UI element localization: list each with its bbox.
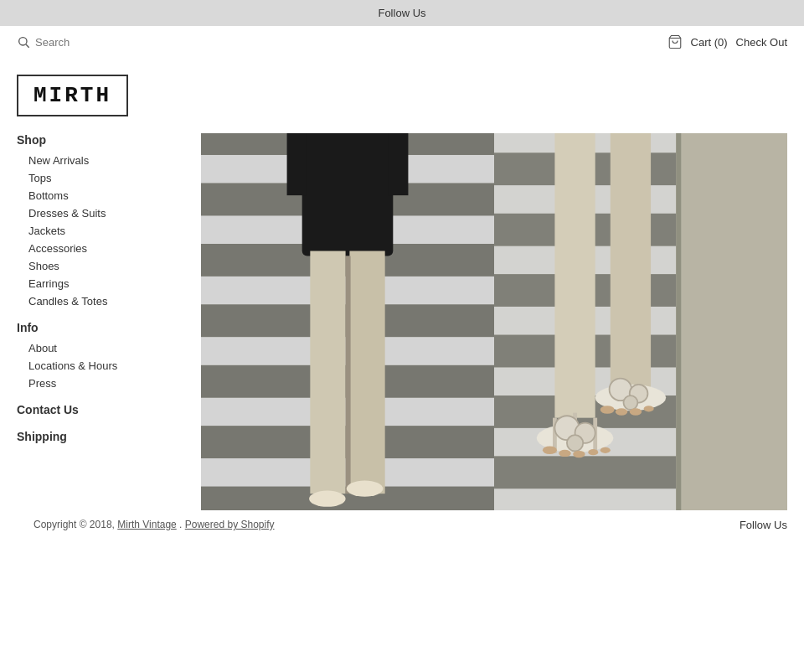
powered-by-link[interactable]: Powered by Shopify xyxy=(185,519,275,530)
list-item: Press xyxy=(28,376,184,390)
announcement-text: Follow Us xyxy=(378,7,425,19)
sidebar-item-accessories[interactable]: Accessories xyxy=(28,242,87,255)
svg-point-24 xyxy=(309,491,345,507)
hero-image-container xyxy=(201,133,787,510)
header: Cart (0) Check Out xyxy=(0,26,804,58)
list-item: Candles & Totes xyxy=(28,294,184,308)
svg-point-67 xyxy=(644,406,654,411)
search-area xyxy=(17,35,667,49)
logo-link[interactable]: MIRTH xyxy=(17,90,128,104)
sidebar-item-candles-totes[interactable]: Candles & Totes xyxy=(28,295,107,308)
svg-point-63 xyxy=(600,447,611,453)
svg-point-65 xyxy=(616,408,627,415)
svg-rect-44 xyxy=(676,133,787,510)
hero-images xyxy=(201,133,787,510)
svg-point-25 xyxy=(347,480,383,496)
sidebar-item-about[interactable]: About xyxy=(28,342,57,354)
svg-point-61 xyxy=(573,451,585,457)
footer-follow-text: Follow Us xyxy=(740,519,787,531)
footer-copyright: Copyright © 2018, Mirth Vintage . Powere… xyxy=(17,519,275,547)
cart-icon xyxy=(667,34,683,49)
sidebar-item-bottoms[interactable]: Bottoms xyxy=(28,189,69,202)
list-item: Bottoms xyxy=(28,189,184,202)
sidebar-shop-title[interactable]: Shop xyxy=(17,133,184,147)
main-content xyxy=(201,133,787,510)
checkout-link[interactable]: Check Out xyxy=(736,36,787,49)
search-icon xyxy=(17,35,30,49)
sidebar: Shop New Arrivals Tops Bottoms Dresses &… xyxy=(17,133,184,510)
sidebar-shipping-link[interactable]: Shipping xyxy=(17,430,184,443)
svg-point-59 xyxy=(543,446,557,454)
svg-point-64 xyxy=(600,406,615,414)
sidebar-item-earrings[interactable]: Earrings xyxy=(28,277,69,290)
announcement-bar: Follow Us xyxy=(0,0,804,26)
sidebar-item-shoes[interactable]: Shoes xyxy=(28,260,59,272)
sidebar-shop-list: New Arrivals Tops Bottoms Dresses & Suit… xyxy=(17,153,184,308)
list-item: Accessories xyxy=(28,241,184,255)
sidebar-item-jackets[interactable]: Jackets xyxy=(28,225,65,237)
svg-rect-18 xyxy=(302,133,394,256)
hero-image-right xyxy=(494,133,787,510)
svg-point-58 xyxy=(623,395,637,410)
cart-area: Cart (0) Check Out xyxy=(667,34,787,49)
list-item: About xyxy=(28,341,184,354)
svg-rect-21 xyxy=(310,251,345,494)
sidebar-info-title[interactable]: Info xyxy=(17,321,184,334)
list-item: Tops xyxy=(28,171,184,184)
svg-point-62 xyxy=(588,449,598,455)
svg-point-54 xyxy=(567,435,583,451)
sidebar-item-locations-hours[interactable]: Locations & Hours xyxy=(28,359,117,372)
svg-rect-20 xyxy=(388,133,408,195)
svg-rect-46 xyxy=(554,133,595,418)
logo-area: MIRTH xyxy=(0,58,804,125)
footer: Copyright © 2018, Mirth Vintage . Powere… xyxy=(0,519,804,573)
footer-follow: Follow Us xyxy=(740,519,787,531)
cart-link[interactable]: Cart (0) xyxy=(691,36,728,49)
list-item: New Arrivals xyxy=(28,153,184,167)
svg-rect-45 xyxy=(676,133,681,510)
copyright-text: Copyright © 2018, xyxy=(34,519,115,530)
main-layout: Shop New Arrivals Tops Bottoms Dresses &… xyxy=(0,125,804,519)
sidebar-item-new-arrivals[interactable]: New Arrivals xyxy=(28,154,89,167)
svg-rect-23 xyxy=(346,256,351,494)
hero-image-left xyxy=(201,133,494,510)
search-input[interactable] xyxy=(35,36,186,49)
list-item: Dresses & Suits xyxy=(28,206,184,220)
logo-text: MIRTH xyxy=(34,83,111,108)
list-item: Jackets xyxy=(28,224,184,237)
svg-point-0 xyxy=(19,38,27,45)
list-item: Shoes xyxy=(28,259,184,272)
sidebar-info-list: About Locations & Hours Press xyxy=(17,341,184,390)
sidebar-contact-link[interactable]: Contact Us xyxy=(17,403,184,416)
sidebar-item-dresses-suits[interactable]: Dresses & Suits xyxy=(28,207,106,220)
footer-separator: . xyxy=(179,519,182,530)
list-item: Locations & Hours xyxy=(28,359,184,372)
list-item: Earrings xyxy=(28,277,184,290)
svg-rect-22 xyxy=(349,251,384,494)
sidebar-item-press[interactable]: Press xyxy=(28,377,56,390)
logo-box: MIRTH xyxy=(17,75,128,116)
svg-point-66 xyxy=(630,408,642,415)
svg-rect-19 xyxy=(287,133,307,195)
svg-line-1 xyxy=(26,44,29,48)
sidebar-item-tops[interactable]: Tops xyxy=(28,172,51,184)
svg-rect-47 xyxy=(611,133,651,387)
svg-point-60 xyxy=(559,450,570,457)
brand-link[interactable]: Mirth Vintage xyxy=(117,519,176,530)
